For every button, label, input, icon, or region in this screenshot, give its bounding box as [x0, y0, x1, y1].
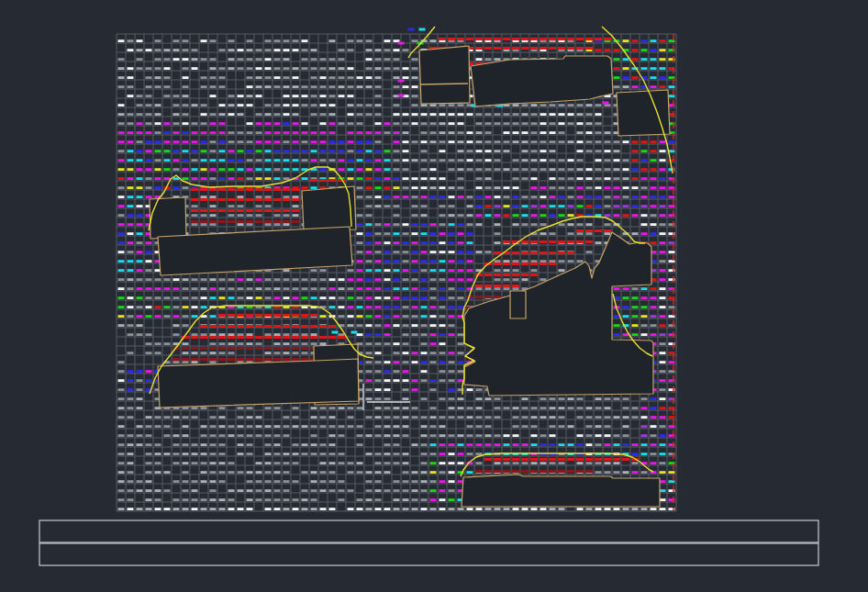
hatch-dash [255, 347, 262, 350]
hatch-dash [255, 220, 262, 223]
accent-dash [351, 331, 358, 334]
hatch-dash [475, 38, 483, 40]
hatch-dash [503, 38, 510, 40]
hatch-dash [540, 47, 547, 50]
building-top-slab[interactable] [471, 56, 613, 106]
hatch-dash [292, 220, 299, 223]
hatch-dash [218, 336, 226, 339]
hatch-dash [558, 251, 565, 254]
hatch-dash [273, 314, 281, 317]
hatch-dash [475, 470, 483, 473]
hatch-dash [218, 358, 226, 361]
hatch-dash [200, 198, 207, 201]
hatch-dash [540, 240, 547, 243]
hatch-dash [191, 209, 198, 212]
accent-dash [332, 331, 339, 334]
hatch-dash [228, 220, 235, 223]
building-flag-notch[interactable] [510, 291, 526, 318]
hatch-dash [191, 198, 198, 201]
hatch-dash [182, 358, 189, 361]
hatch-dash [494, 458, 501, 461]
hatch-dash [484, 458, 492, 461]
hatch-dash [182, 347, 189, 350]
hatch-dash [209, 220, 217, 223]
hatch-dash [549, 458, 556, 461]
drawing-canvas[interactable] [0, 0, 868, 592]
hatch-dash [237, 336, 244, 339]
hatch-dash [228, 325, 235, 328]
hatch-dash [228, 198, 235, 201]
hatch-dash [301, 325, 308, 328]
hatch-dash [595, 229, 602, 232]
hatch-dash [292, 358, 299, 361]
hatch-dash [218, 314, 226, 317]
hatch-dash [237, 325, 244, 328]
hatch-dash [218, 220, 226, 223]
hatch-dash [585, 470, 593, 473]
hatch-dash [200, 358, 207, 361]
hatch-dash [301, 336, 308, 339]
hatch-dash [558, 47, 565, 50]
hatch-dash [209, 188, 217, 191]
hatch-dash [540, 251, 547, 254]
hatch-dash [576, 458, 584, 461]
hatch-dash [209, 358, 217, 361]
hatch-dash [595, 38, 602, 40]
hatch-dash [228, 347, 235, 350]
hatch-dash [237, 198, 244, 201]
hatch-dash [191, 358, 198, 361]
hatch-dash [310, 179, 317, 182]
building-mid-left-a[interactable] [150, 197, 186, 239]
hatch-dash [218, 198, 226, 201]
hatch-dash [200, 336, 207, 339]
hatch-dash [521, 262, 529, 265]
accent-dash [603, 102, 609, 105]
hatch-dash [585, 47, 593, 50]
hatch-dash [521, 251, 529, 254]
hatch-dash [237, 314, 244, 317]
hatch-dash [503, 285, 510, 287]
hatch-dash [273, 347, 281, 350]
hatch-dash [549, 470, 556, 473]
building-top-left[interactable] [419, 46, 470, 104]
hatch-dash [585, 240, 593, 243]
building-top-right[interactable] [617, 90, 670, 136]
hatch-dash [172, 358, 180, 361]
hatch-dash [191, 347, 198, 350]
hatch-dash [475, 285, 483, 287]
hatch-dash [585, 458, 593, 461]
hatch-dash [246, 209, 253, 212]
hatch-dash [328, 179, 336, 182]
hatch-dash [237, 209, 244, 212]
accent-dash [398, 80, 405, 83]
hatch-dash [264, 358, 272, 361]
hatch-dash [283, 209, 290, 212]
hatch-dash [484, 274, 492, 276]
hatch-dash [567, 240, 574, 243]
hatch-dash [576, 240, 584, 243]
hatch-dash [301, 358, 308, 361]
hatch-dash [567, 38, 574, 40]
hatch-dash [567, 47, 574, 50]
hatch-dash [558, 240, 565, 243]
hatch-dash [292, 209, 299, 212]
hatch-dash [228, 209, 235, 212]
hatch-dash [264, 198, 272, 201]
building-bottom-left-slab[interactable] [158, 359, 359, 408]
hatch-dash [521, 38, 529, 40]
accent-dash [398, 95, 405, 97]
hatch-dash [292, 314, 299, 317]
hatch-dash [448, 38, 455, 40]
hatch-dash [246, 188, 253, 191]
hatch-dash [246, 336, 253, 339]
hatch-dash [264, 188, 272, 191]
hatch-dash [494, 262, 501, 265]
hatch-dash [292, 188, 299, 191]
hatch-dash [484, 285, 492, 287]
hatch-dash [576, 470, 584, 473]
hatch-dash [218, 325, 226, 328]
building-bottom-center[interactable] [462, 475, 660, 507]
hatch-dash [283, 325, 290, 328]
hatch-dash [530, 38, 538, 40]
hatch-dash [264, 220, 272, 223]
